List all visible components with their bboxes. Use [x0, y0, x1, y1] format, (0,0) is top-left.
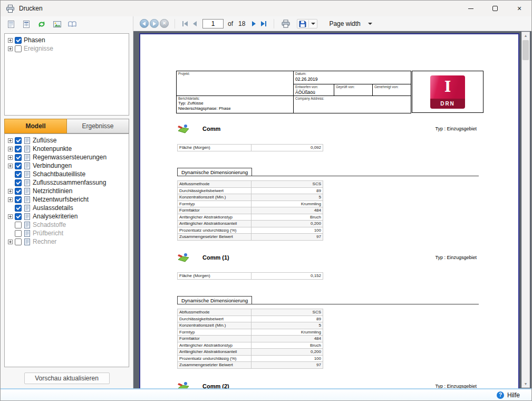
- expander-icon[interactable]: [8, 138, 13, 143]
- parameter-label: Anfänglicher Abstraktionstyp: [178, 214, 252, 221]
- maximize-button[interactable]: [483, 1, 507, 16]
- checkbox[interactable]: [15, 146, 22, 152]
- page-number-input[interactable]: [202, 19, 224, 28]
- report-tree-item[interactable]: Netzentwurfsbericht: [5, 195, 129, 204]
- report-table-icon[interactable]: [21, 19, 32, 30]
- projekt-label: Projekt:: [178, 72, 292, 75]
- expander-icon[interactable]: [8, 155, 13, 160]
- checkbox[interactable]: [15, 137, 22, 144]
- document-icon: [24, 238, 31, 245]
- tab-ergebnisse[interactable]: Ergebnisse: [67, 119, 129, 133]
- book-icon[interactable]: [67, 19, 78, 30]
- report-tree-item[interactable]: Netzrichtlinien: [5, 187, 129, 195]
- expander-icon[interactable]: [8, 46, 13, 51]
- phase-tree-item[interactable]: Phasen: [5, 36, 129, 44]
- report-tree-item[interactable]: Zuflusszusammenfassung: [5, 178, 129, 187]
- report-tree-item[interactable]: Regenwassersteuerungen: [5, 153, 129, 161]
- logo-letter: I: [444, 80, 451, 94]
- help-label[interactable]: Hilfe: [507, 392, 520, 399]
- prev-page-icon[interactable]: [190, 21, 199, 26]
- checkbox[interactable]: [15, 196, 22, 203]
- table-row: Anfänglicher Abstraktionstyp Bruch: [178, 342, 323, 349]
- help-icon[interactable]: ?: [497, 392, 504, 399]
- expander-icon[interactable]: [8, 240, 13, 244]
- report-tree-item[interactable]: Rechner: [5, 237, 129, 246]
- page-total-label: 18: [238, 20, 245, 27]
- checkbox[interactable]: [15, 205, 22, 212]
- scrollbar-thumb[interactable]: [523, 40, 529, 60]
- tree-item-label: Schachtbauteilliste: [33, 170, 85, 178]
- scroll-down-icon[interactable]: ▼: [524, 380, 528, 387]
- checkbox[interactable]: [15, 230, 22, 237]
- checkbox[interactable]: [15, 163, 22, 169]
- area-label: Fläche (Morgen): [178, 145, 252, 151]
- expander-icon[interactable]: [8, 214, 13, 219]
- table-row: Konzentrationszeit (Min.) 5: [178, 322, 323, 329]
- stop-icon[interactable]: ✕: [160, 19, 169, 28]
- document-icon: [24, 154, 31, 161]
- last-page-icon[interactable]: [258, 21, 269, 26]
- subsection-header: Dynamische Dimensionierung: [177, 297, 479, 304]
- bericht-phase: Niederschlagsphase: Phase: [178, 106, 292, 111]
- parameter-value: 5: [252, 322, 323, 329]
- checkbox[interactable]: [15, 213, 22, 220]
- table-row: Fläche (Morgen) 0,092: [178, 145, 323, 151]
- tree-item-label: Regenwassersteuerungen: [33, 154, 107, 161]
- checkbox[interactable]: [15, 238, 22, 245]
- table-row: Formtyp Krummling: [178, 329, 323, 336]
- expander-icon[interactable]: [8, 38, 13, 43]
- phase-tree-item[interactable]: Ereignisse: [5, 44, 129, 53]
- parameter-value: SCS: [252, 181, 323, 188]
- parameter-value: 484: [252, 207, 323, 214]
- refresh-icon[interactable]: [36, 19, 47, 30]
- parameter-value: Krummling: [252, 200, 323, 207]
- report-tree-item[interactable]: Auslassdetails: [5, 204, 129, 212]
- document-icon: [24, 205, 31, 212]
- refresh-preview-button[interactable]: Vorschau aktualisieren: [24, 373, 110, 384]
- report-tree-item[interactable]: Knotenpunkte: [5, 145, 129, 153]
- report-tree-item[interactable]: Analysekriterien: [5, 212, 129, 221]
- tab-modell[interactable]: Modell: [4, 119, 67, 133]
- preview-scrollbar[interactable]: ▲ ▼: [521, 32, 530, 388]
- print-dialog-window: Drucken ×: [0, 0, 532, 401]
- table-row: Abflussmethode SCS: [178, 181, 323, 188]
- expander-icon[interactable]: [8, 164, 13, 168]
- next-page-icon[interactable]: [249, 21, 258, 26]
- checkbox[interactable]: [15, 179, 22, 186]
- scroll-up-icon[interactable]: ▲: [524, 32, 528, 39]
- document-icon: [24, 137, 31, 144]
- subsection-title: Dynamische Dimensionierung: [177, 296, 252, 304]
- report-tree-item[interactable]: Schachtbauteilliste: [5, 170, 129, 178]
- phase-tree: Phasen Ereignisse: [4, 33, 129, 116]
- close-icon: ×: [517, 5, 521, 12]
- parameter-value: 484: [252, 336, 323, 342]
- report-tree-item[interactable]: Zuflüsse: [5, 136, 129, 145]
- forward-icon[interactable]: [150, 19, 159, 28]
- section-type-label: Typ : Einzugsgebiet: [435, 126, 477, 131]
- parameter-value: 100: [252, 227, 323, 234]
- checkbox[interactable]: [15, 45, 22, 52]
- first-page-icon[interactable]: [180, 21, 190, 26]
- entworfen-value: ÄÖÜßäöü: [295, 90, 332, 95]
- save-split-button[interactable]: [297, 19, 317, 28]
- minimize-button[interactable]: [459, 1, 483, 16]
- expander-icon[interactable]: [8, 197, 13, 202]
- report-tree-item[interactable]: Prüfbericht: [5, 229, 129, 237]
- expander-icon[interactable]: [8, 189, 13, 194]
- report-tree-item[interactable]: Schadstoffe: [5, 221, 129, 229]
- checkbox[interactable]: [15, 154, 22, 161]
- print-icon[interactable]: [279, 18, 293, 30]
- checkbox[interactable]: [15, 37, 22, 44]
- logo-box: I DRN: [412, 71, 483, 113]
- checkbox[interactable]: [15, 222, 22, 228]
- back-icon[interactable]: [140, 19, 149, 28]
- checkbox[interactable]: [15, 188, 22, 195]
- expander-icon[interactable]: [8, 147, 13, 151]
- parameter-label: Anfänglicher Abstraktionstyp: [178, 342, 252, 349]
- report-tree-item[interactable]: Verbindungen: [5, 161, 129, 170]
- image-icon[interactable]: [52, 19, 62, 30]
- checkbox[interactable]: [15, 171, 22, 178]
- zoom-mode-dropdown[interactable]: Page width: [326, 19, 375, 28]
- report-page-icon[interactable]: [6, 19, 16, 30]
- close-button[interactable]: ×: [507, 1, 531, 16]
